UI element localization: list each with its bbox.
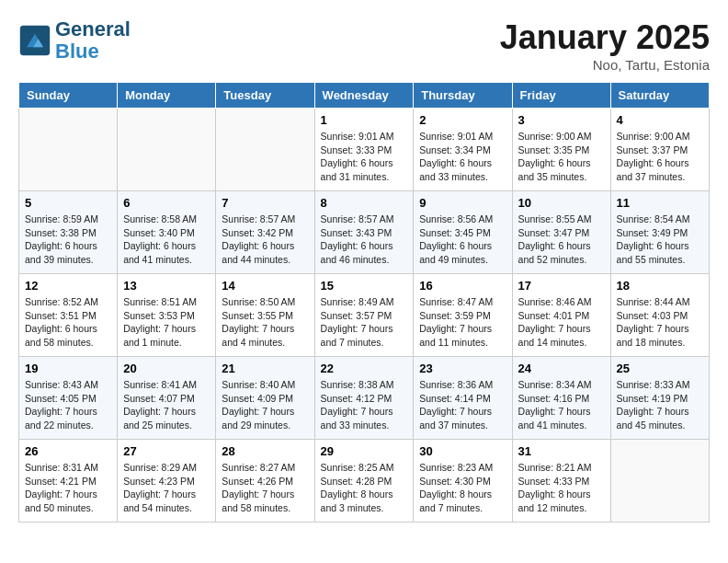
calendar-cell: 3Sunrise: 9:00 AM Sunset: 3:35 PM Daylig… bbox=[512, 109, 610, 191]
day-info: Sunrise: 8:27 AM Sunset: 4:26 PM Dayligh… bbox=[222, 461, 308, 515]
day-number: 23 bbox=[419, 362, 506, 375]
logo: General Blue bbox=[18, 18, 131, 63]
day-number: 12 bbox=[25, 279, 111, 293]
day-number: 16 bbox=[419, 279, 506, 293]
weekday-header-sunday: Sunday bbox=[19, 83, 118, 109]
calendar-cell: 7Sunrise: 8:57 AM Sunset: 3:42 PM Daylig… bbox=[216, 191, 314, 274]
day-info: Sunrise: 8:40 AM Sunset: 4:09 PM Dayligh… bbox=[222, 378, 308, 432]
calendar-cell: 21Sunrise: 8:40 AM Sunset: 4:09 PM Dayli… bbox=[216, 357, 314, 440]
day-info: Sunrise: 8:43 AM Sunset: 4:05 PM Dayligh… bbox=[25, 378, 111, 432]
weekday-header-row: SundayMondayTuesdayWednesdayThursdayFrid… bbox=[19, 83, 710, 109]
day-info: Sunrise: 8:34 AM Sunset: 4:16 PM Dayligh… bbox=[518, 378, 605, 432]
calendar-cell: 11Sunrise: 8:54 AM Sunset: 3:49 PM Dayli… bbox=[610, 191, 709, 274]
calendar-cell: 8Sunrise: 8:57 AM Sunset: 3:43 PM Daylig… bbox=[314, 191, 414, 274]
weekday-header-thursday: Thursday bbox=[414, 83, 512, 109]
logo-icon bbox=[18, 24, 51, 57]
day-number: 21 bbox=[222, 362, 308, 375]
day-info: Sunrise: 8:38 AM Sunset: 4:12 PM Dayligh… bbox=[321, 378, 408, 432]
day-info: Sunrise: 8:51 AM Sunset: 3:53 PM Dayligh… bbox=[123, 295, 210, 350]
day-info: Sunrise: 8:36 AM Sunset: 4:14 PM Dayligh… bbox=[419, 378, 506, 432]
day-info: Sunrise: 8:41 AM Sunset: 4:07 PM Dayligh… bbox=[123, 378, 210, 432]
calendar-cell: 23Sunrise: 8:36 AM Sunset: 4:14 PM Dayli… bbox=[414, 357, 512, 440]
weekday-header-saturday: Saturday bbox=[610, 83, 709, 109]
day-info: Sunrise: 8:55 AM Sunset: 3:47 PM Dayligh… bbox=[518, 213, 605, 267]
calendar-cell: 4Sunrise: 9:00 AM Sunset: 3:37 PM Daylig… bbox=[610, 109, 709, 191]
weekday-header-wednesday: Wednesday bbox=[314, 83, 414, 109]
calendar-cell: 9Sunrise: 8:56 AM Sunset: 3:45 PM Daylig… bbox=[414, 191, 512, 274]
day-info: Sunrise: 8:57 AM Sunset: 3:43 PM Dayligh… bbox=[321, 213, 408, 267]
day-number: 6 bbox=[123, 196, 210, 210]
day-info: Sunrise: 8:44 AM Sunset: 4:03 PM Dayligh… bbox=[617, 295, 703, 350]
calendar-cell: 10Sunrise: 8:55 AM Sunset: 3:47 PM Dayli… bbox=[512, 191, 610, 274]
calendar-cell: 6Sunrise: 8:58 AM Sunset: 3:40 PM Daylig… bbox=[118, 191, 216, 274]
day-info: Sunrise: 8:58 AM Sunset: 3:40 PM Dayligh… bbox=[123, 213, 210, 267]
calendar-cell: 1Sunrise: 9:01 AM Sunset: 3:33 PM Daylig… bbox=[314, 109, 414, 191]
week-row-3: 12Sunrise: 8:52 AM Sunset: 3:51 PM Dayli… bbox=[19, 274, 710, 357]
calendar-cell: 30Sunrise: 8:23 AM Sunset: 4:30 PM Dayli… bbox=[414, 440, 512, 523]
day-number: 9 bbox=[419, 196, 506, 210]
calendar-cell: 31Sunrise: 8:21 AM Sunset: 4:33 PM Dayli… bbox=[512, 440, 610, 523]
day-info: Sunrise: 8:25 AM Sunset: 4:28 PM Dayligh… bbox=[321, 461, 408, 515]
calendar-cell: 17Sunrise: 8:46 AM Sunset: 4:01 PM Dayli… bbox=[512, 274, 610, 357]
month-title: January 2025 bbox=[500, 18, 710, 57]
day-info: Sunrise: 8:56 AM Sunset: 3:45 PM Dayligh… bbox=[419, 213, 506, 267]
calendar-cell: 28Sunrise: 8:27 AM Sunset: 4:26 PM Dayli… bbox=[216, 440, 314, 523]
day-info: Sunrise: 9:01 AM Sunset: 3:34 PM Dayligh… bbox=[419, 130, 506, 184]
day-info: Sunrise: 8:49 AM Sunset: 3:57 PM Dayligh… bbox=[321, 295, 408, 350]
day-number: 25 bbox=[617, 362, 703, 375]
week-row-2: 5Sunrise: 8:59 AM Sunset: 3:38 PM Daylig… bbox=[19, 191, 710, 274]
calendar-cell: 26Sunrise: 8:31 AM Sunset: 4:21 PM Dayli… bbox=[19, 440, 118, 523]
day-number: 1 bbox=[321, 113, 408, 127]
day-info: Sunrise: 9:00 AM Sunset: 3:35 PM Dayligh… bbox=[518, 130, 605, 184]
calendar-cell bbox=[118, 109, 216, 191]
calendar-cell: 16Sunrise: 8:47 AM Sunset: 3:59 PM Dayli… bbox=[414, 274, 512, 357]
page-header: General Blue January 2025 Noo, Tartu, Es… bbox=[18, 18, 710, 73]
day-number: 5 bbox=[25, 196, 111, 210]
calendar-cell: 25Sunrise: 8:33 AM Sunset: 4:19 PM Dayli… bbox=[610, 357, 709, 440]
day-number: 13 bbox=[123, 279, 210, 293]
calendar-cell bbox=[19, 109, 118, 191]
calendar-cell: 27Sunrise: 8:29 AM Sunset: 4:23 PM Dayli… bbox=[118, 440, 216, 523]
calendar-cell bbox=[610, 440, 709, 523]
day-info: Sunrise: 8:33 AM Sunset: 4:19 PM Dayligh… bbox=[617, 378, 703, 432]
day-info: Sunrise: 8:23 AM Sunset: 4:30 PM Dayligh… bbox=[419, 461, 506, 515]
day-number: 15 bbox=[321, 279, 408, 293]
day-info: Sunrise: 8:21 AM Sunset: 4:33 PM Dayligh… bbox=[518, 461, 605, 515]
calendar-cell: 18Sunrise: 8:44 AM Sunset: 4:03 PM Dayli… bbox=[610, 274, 709, 357]
day-number: 30 bbox=[419, 444, 506, 458]
calendar-cell: 19Sunrise: 8:43 AM Sunset: 4:05 PM Dayli… bbox=[19, 357, 118, 440]
week-row-5: 26Sunrise: 8:31 AM Sunset: 4:21 PM Dayli… bbox=[19, 440, 710, 523]
day-number: 2 bbox=[419, 113, 506, 127]
weekday-header-tuesday: Tuesday bbox=[216, 83, 314, 109]
week-row-4: 19Sunrise: 8:43 AM Sunset: 4:05 PM Dayli… bbox=[19, 357, 710, 440]
weekday-header-monday: Monday bbox=[118, 83, 216, 109]
day-number: 19 bbox=[25, 362, 111, 375]
day-number: 17 bbox=[518, 279, 605, 293]
day-number: 7 bbox=[222, 196, 308, 210]
day-info: Sunrise: 8:50 AM Sunset: 3:55 PM Dayligh… bbox=[222, 295, 308, 350]
calendar-cell: 20Sunrise: 8:41 AM Sunset: 4:07 PM Dayli… bbox=[118, 357, 216, 440]
calendar-cell: 14Sunrise: 8:50 AM Sunset: 3:55 PM Dayli… bbox=[216, 274, 314, 357]
location-subtitle: Noo, Tartu, Estonia bbox=[500, 57, 710, 73]
day-number: 18 bbox=[617, 279, 703, 293]
day-info: Sunrise: 8:52 AM Sunset: 3:51 PM Dayligh… bbox=[25, 295, 111, 350]
day-number: 8 bbox=[321, 196, 408, 210]
calendar-cell: 12Sunrise: 8:52 AM Sunset: 3:51 PM Dayli… bbox=[19, 274, 118, 357]
day-number: 27 bbox=[123, 444, 210, 458]
calendar-cell: 2Sunrise: 9:01 AM Sunset: 3:34 PM Daylig… bbox=[414, 109, 512, 191]
calendar-cell bbox=[216, 109, 314, 191]
day-number: 4 bbox=[617, 113, 703, 127]
day-info: Sunrise: 8:54 AM Sunset: 3:49 PM Dayligh… bbox=[617, 213, 703, 267]
day-info: Sunrise: 8:46 AM Sunset: 4:01 PM Dayligh… bbox=[518, 295, 605, 350]
logo-text: General Blue bbox=[55, 18, 131, 63]
day-number: 31 bbox=[518, 444, 605, 458]
day-info: Sunrise: 8:47 AM Sunset: 3:59 PM Dayligh… bbox=[419, 295, 506, 350]
calendar-cell: 13Sunrise: 8:51 AM Sunset: 3:53 PM Dayli… bbox=[118, 274, 216, 357]
day-info: Sunrise: 8:57 AM Sunset: 3:42 PM Dayligh… bbox=[222, 213, 308, 267]
weekday-header-friday: Friday bbox=[512, 83, 610, 109]
day-number: 10 bbox=[518, 196, 605, 210]
calendar-table: SundayMondayTuesdayWednesdayThursdayFrid… bbox=[18, 82, 710, 523]
calendar-cell: 5Sunrise: 8:59 AM Sunset: 3:38 PM Daylig… bbox=[19, 191, 118, 274]
day-number: 26 bbox=[25, 444, 111, 458]
calendar-cell: 29Sunrise: 8:25 AM Sunset: 4:28 PM Dayli… bbox=[314, 440, 414, 523]
